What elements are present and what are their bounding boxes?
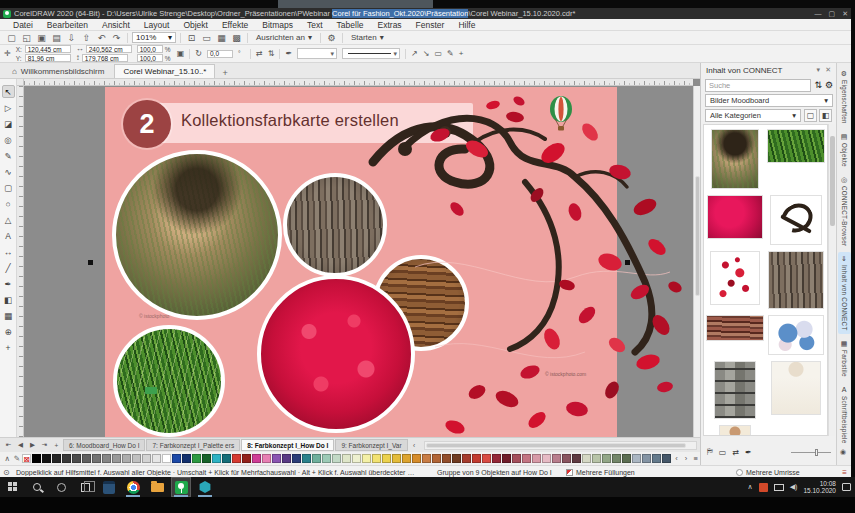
height-field[interactable]: 179,768 cm — [82, 54, 128, 62]
docker-tab[interactable]: ◎ CONNECT-Browser — [838, 173, 851, 249]
taskbar-search-button[interactable] — [28, 478, 46, 496]
lock-ratio-icon[interactable]: ▣ — [177, 50, 185, 58]
coreldraw-app-button[interactable] — [172, 478, 190, 496]
palette-swatch[interactable] — [152, 454, 161, 463]
toolbox-tool[interactable]: A — [2, 229, 15, 242]
thumbnail-bark-strips[interactable] — [706, 315, 764, 341]
toolbox-tool[interactable]: ▷ — [2, 101, 15, 114]
menu-item[interactable]: Ansicht — [95, 20, 137, 30]
property-icon-button[interactable]: ✎ — [447, 50, 454, 58]
menu-item[interactable]: Fenster — [409, 20, 452, 30]
slide-page[interactable]: 2 Kollektionsfarbkarte erstellen © istoc… — [105, 87, 617, 437]
palette-swatch[interactable] — [202, 454, 211, 463]
palette-swatch[interactable] — [382, 454, 391, 463]
page-tab[interactable]: 7: Farbkonzept I_Palette ers — [146, 439, 240, 451]
toolbar-icon-button[interactable]: ⇩ — [65, 32, 78, 44]
x-position-field[interactable]: 120,445 cm — [25, 45, 71, 53]
palette-swatch[interactable] — [462, 454, 471, 463]
toolbox-tool[interactable]: ◪ — [2, 117, 15, 130]
docker-scrollbar[interactable] — [828, 124, 835, 436]
category-dropdown[interactable]: Alle Kategorien▾ — [705, 109, 801, 122]
palette-swatch[interactable] — [162, 454, 171, 463]
thumbnail-magenta-flowers[interactable] — [707, 195, 763, 239]
docker-tab[interactable]: ▤ Objekte — [838, 130, 851, 170]
mirror-vertical-button[interactable]: ⇅ — [268, 50, 275, 58]
thumbnail-twisted-branch[interactable] — [770, 195, 822, 245]
thumbnail-red-petals[interactable] — [710, 251, 760, 305]
toolbar-icon-button[interactable]: ▢ — [5, 32, 18, 44]
palette-swatch[interactable] — [512, 454, 521, 463]
toolbar-icon-button[interactable]: ▩ — [230, 32, 243, 44]
palette-swatch[interactable] — [132, 454, 141, 463]
palette-swatch[interactable] — [642, 454, 651, 463]
palette-options-icon[interactable]: ≡ — [691, 454, 700, 464]
property-icon-button[interactable]: ↘ — [423, 50, 430, 58]
toolbar-icon-button[interactable]: ◱ — [20, 32, 33, 44]
view-grid-button[interactable]: ▢ — [804, 109, 817, 122]
status-gear-icon[interactable]: ⊙ — [3, 468, 10, 477]
width-field[interactable]: 240,562 cm — [86, 45, 132, 53]
palette-swatch[interactable] — [572, 454, 581, 463]
drawing-canvas[interactable]: 2 Kollektionsfarbkarte erstellen © istoc… — [24, 86, 693, 437]
add-page-button[interactable]: + — [51, 440, 62, 451]
outline-width-combo[interactable]: ▾ — [297, 48, 337, 59]
next-page-button[interactable]: ▶ — [27, 440, 38, 451]
palette-swatch[interactable] — [422, 454, 431, 463]
vertical-ruler[interactable] — [17, 86, 24, 437]
docker-tab[interactable]: ▦ Farbstile — [838, 337, 851, 380]
palette-swatch[interactable] — [32, 454, 41, 463]
rotation-angle-field[interactable]: 0,0 — [207, 50, 233, 58]
toolbox-tool[interactable]: ╱ — [2, 261, 15, 274]
toolbox-tool[interactable]: △ — [2, 213, 15, 226]
palette-swatch[interactable] — [272, 454, 281, 463]
cortana-button[interactable] — [52, 478, 70, 496]
toolbar-icon-button[interactable]: ▦ — [215, 32, 228, 44]
menu-item[interactable]: Layout — [137, 20, 177, 30]
import-content-button[interactable]: ⛿ — [707, 447, 713, 457]
toolbox-tool[interactable]: ◎ — [2, 133, 15, 146]
palette-swatch[interactable] — [622, 454, 631, 463]
page-tab[interactable]: 9: Farbkonzept I_Var — [335, 439, 407, 451]
palette-swatch[interactable] — [352, 454, 361, 463]
thumbnail-zoom-slider[interactable] — [791, 452, 831, 453]
chrome-app-button[interactable] — [124, 478, 142, 496]
toolbox-tool[interactable]: ⊕ — [2, 325, 15, 338]
palette-swatch[interactable] — [142, 454, 151, 463]
first-page-button[interactable]: ⇤ — [3, 440, 14, 451]
thumbnail-cobblestones[interactable] — [714, 361, 756, 419]
palette-swatch[interactable] — [542, 454, 551, 463]
docker-pin-icon[interactable]: ◉ — [840, 448, 846, 456]
display-icon[interactable] — [774, 484, 784, 491]
palette-swatch[interactable] — [342, 454, 351, 463]
scroll-tabs-left-button[interactable]: ‹ — [409, 440, 420, 451]
bark-circle-image[interactable] — [283, 173, 387, 277]
palette-swatch[interactable] — [222, 454, 231, 463]
palette-swatch[interactable] — [262, 454, 271, 463]
palette-swatch[interactable] — [112, 454, 121, 463]
palette-swatch[interactable] — [402, 454, 411, 463]
palette-swatch[interactable] — [232, 454, 241, 463]
toolbox-tool[interactable]: ○ — [2, 197, 15, 210]
docker-tab[interactable]: ⚙ Eigenschaften — [838, 67, 851, 127]
start-button[interactable] — [4, 478, 22, 496]
palette-swatch[interactable] — [412, 454, 421, 463]
mirror-horizontal-button[interactable]: ⇄ — [256, 50, 263, 58]
thumbnail-portrait-woman[interactable] — [711, 129, 759, 189]
new-document-tab-button[interactable]: + — [217, 68, 232, 78]
scale-x-field[interactable]: 100,0 — [137, 45, 163, 53]
menu-item[interactable]: Bitmaps — [255, 20, 300, 30]
palette-swatch[interactable] — [52, 454, 61, 463]
palette-swatch[interactable] — [442, 454, 451, 463]
docker-tab[interactable]: ⇓ Inhalt von CONNECT — [838, 252, 851, 334]
menu-item[interactable]: Tabelle — [330, 20, 371, 30]
previous-page-button[interactable]: ◀ — [15, 440, 26, 451]
minimize-button[interactable]: — — [815, 10, 822, 18]
toolbar-icon-button[interactable]: ▭ — [200, 32, 213, 44]
menu-item[interactable]: Objekt — [176, 20, 215, 30]
palette-swatch[interactable] — [482, 454, 491, 463]
palette-swatch[interactable] — [292, 454, 301, 463]
palette-swatch[interactable] — [282, 454, 291, 463]
palette-swatch[interactable] — [362, 454, 371, 463]
thumbnail-green-grass[interactable] — [767, 129, 825, 163]
menu-item[interactable]: Bearbeiten — [40, 20, 95, 30]
